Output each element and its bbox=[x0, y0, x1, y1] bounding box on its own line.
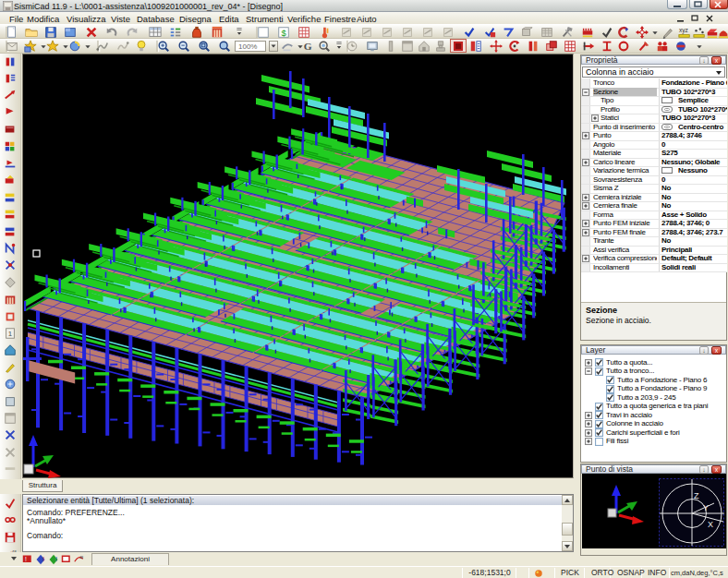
svg-text:xyz: xyz bbox=[679, 27, 688, 34]
svg-text:$: $ bbox=[281, 28, 286, 38]
svg-text:!: ! bbox=[55, 556, 57, 562]
svg-text:!: ! bbox=[42, 556, 44, 562]
svg-text:Y: Y bbox=[703, 503, 709, 512]
svg-text:X: X bbox=[708, 520, 713, 529]
svg-text:G: G bbox=[304, 41, 312, 52]
svg-text:Z: Z bbox=[694, 491, 699, 500]
svg-text:1: 1 bbox=[8, 330, 12, 338]
svg-text:48: 48 bbox=[79, 556, 83, 560]
svg-text:!: ! bbox=[25, 556, 27, 562]
